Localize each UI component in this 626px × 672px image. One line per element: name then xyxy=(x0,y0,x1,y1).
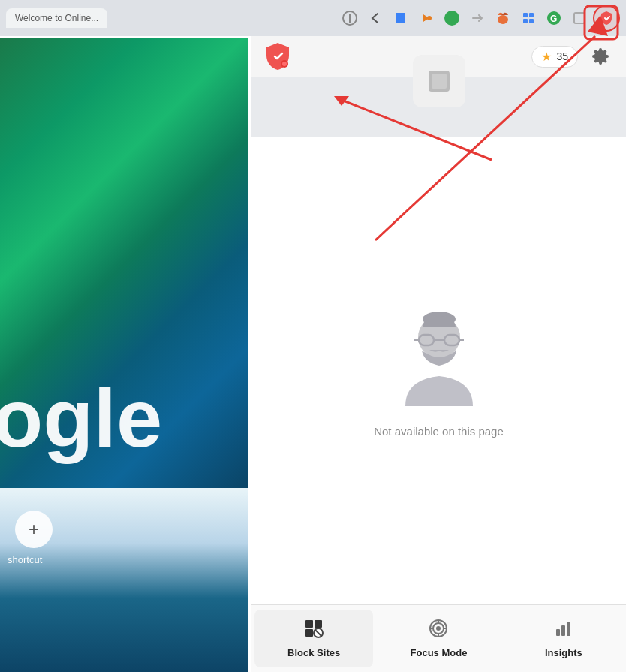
svg-rect-43 xyxy=(567,622,570,636)
extension-shield-icon-highlighted[interactable] xyxy=(593,5,620,32)
popup-logo xyxy=(263,41,292,71)
svg-point-36 xyxy=(436,626,441,631)
nav-item-focus-mode[interactable]: Focus Mode xyxy=(379,610,498,667)
shield-logo xyxy=(263,41,292,71)
svg-rect-29 xyxy=(305,629,313,637)
svg-rect-8 xyxy=(529,13,534,17)
toolbar-icon-green[interactable] xyxy=(440,6,464,30)
popup-bottom-nav: Block Sites Focus Mode xyxy=(251,604,626,672)
popup-header-right: ★ 35 xyxy=(531,43,614,70)
toolbar-icon-g[interactable]: G xyxy=(542,6,566,30)
back-icon xyxy=(368,11,383,26)
svg-rect-7 xyxy=(523,13,528,17)
star-icon: ★ xyxy=(541,50,552,64)
tab-area: Welcome to Online... xyxy=(6,8,335,28)
circle-icon xyxy=(342,11,357,26)
extension-popup: ★ 35 xyxy=(251,36,626,672)
tab-title: Welcome to Online... xyxy=(15,13,98,23)
toolbar-icons: G xyxy=(338,5,620,32)
insights-svg xyxy=(554,619,573,638)
square-outline-icon xyxy=(572,11,587,26)
settings-button[interactable] xyxy=(587,43,614,70)
fox-icon xyxy=(495,11,510,26)
svg-rect-42 xyxy=(561,625,565,636)
chrome-toolbar: Welcome to Online... xyxy=(0,0,626,36)
block-sites-svg xyxy=(304,619,324,638)
focus-mode-label: Focus Mode xyxy=(411,647,468,658)
gear-icon xyxy=(591,47,609,65)
block-sites-icon xyxy=(304,619,324,643)
popup-top-area xyxy=(251,77,626,137)
plus-icon: + xyxy=(29,519,39,540)
toolbar-icon-square-outline[interactable] xyxy=(567,6,591,30)
nav-item-block-sites[interactable]: Block Sites xyxy=(254,610,373,667)
svg-text:G: G xyxy=(550,14,557,24)
toolbar-icon-arrow[interactable] xyxy=(414,6,438,30)
green-dot-icon xyxy=(444,10,460,26)
svg-point-15 xyxy=(282,62,287,66)
toolbar-icon-bookmark[interactable] xyxy=(389,6,413,30)
add-shortcut-button[interactable]: + xyxy=(15,511,53,548)
google-partial-text: ogle xyxy=(0,370,162,466)
focus-mode-icon xyxy=(429,619,448,643)
g-icon: G xyxy=(546,11,561,26)
toolbar-icon-nav-back[interactable] xyxy=(363,6,387,30)
insights-icon xyxy=(554,619,573,643)
bookmark-icon xyxy=(393,11,408,26)
webpage-image: ogle xyxy=(0,38,248,488)
rating-count: 35 xyxy=(556,50,568,62)
webpage-bottom: + shortcut xyxy=(0,488,248,672)
nav-item-insights[interactable]: Insights xyxy=(504,610,623,667)
popup-box-icon xyxy=(426,68,453,95)
insights-label: Insights xyxy=(545,647,582,658)
webpage-content: ogle + shortcut xyxy=(0,38,248,672)
svg-point-5 xyxy=(444,11,459,26)
toolbar-icon-squares[interactable] xyxy=(516,6,540,30)
svg-point-6 xyxy=(498,15,508,24)
popup-main: Not available on this page xyxy=(251,137,626,604)
person-avatar xyxy=(398,309,480,406)
svg-rect-10 xyxy=(529,19,534,23)
svg-rect-17 xyxy=(432,74,447,89)
shield-toolbar-icon xyxy=(598,10,615,26)
block-sites-label: Block Sites xyxy=(287,647,340,658)
toolbar-icon-5[interactable] xyxy=(465,6,489,30)
squares-icon xyxy=(521,11,536,26)
svg-rect-9 xyxy=(523,19,528,23)
focus-mode-svg xyxy=(429,619,448,638)
popup-icon-box xyxy=(413,55,465,107)
svg-rect-13 xyxy=(574,13,585,23)
svg-rect-41 xyxy=(556,629,560,636)
browser-tab[interactable]: Welcome to Online... xyxy=(6,8,107,28)
shortcut-label: shortcut xyxy=(8,554,42,565)
svg-point-4 xyxy=(427,16,432,20)
avatar-placeholder xyxy=(394,305,484,410)
toolbar-icon-1[interactable] xyxy=(338,6,362,30)
forward-icon xyxy=(419,11,434,26)
svg-rect-28 xyxy=(315,620,322,628)
toolbar-icon-fox[interactable] xyxy=(491,6,515,30)
rating-badge[interactable]: ★ 35 xyxy=(531,46,578,68)
not-available-text: Not available on this page xyxy=(374,425,504,438)
arrow-right-icon xyxy=(470,11,485,26)
svg-rect-27 xyxy=(305,620,313,628)
